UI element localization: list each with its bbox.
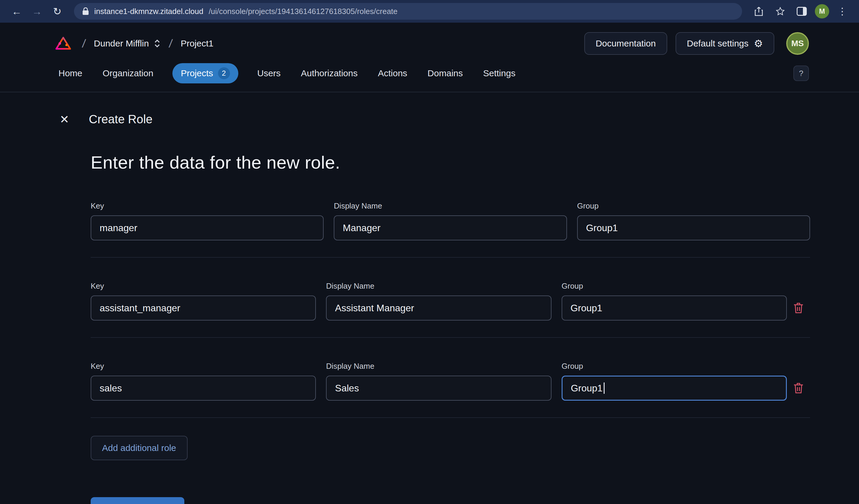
group-input-2[interactable]: Group1 (562, 296, 787, 320)
documentation-button[interactable]: Documentation (584, 32, 667, 55)
tab-projects-label: Projects (181, 68, 213, 78)
default-settings-label: Default settings (687, 38, 749, 49)
breadcrumb-separator: / (81, 37, 87, 50)
key-input-1[interactable]: manager (91, 215, 323, 240)
role-row-2: Key assistant_manager Display Name Assis… (91, 282, 810, 320)
role-row-3: Key sales Display Name Sales Group Group… (91, 362, 810, 400)
row-divider (91, 337, 810, 338)
display-name-label: Display Name (326, 362, 551, 371)
display-name-value-3: Sales (335, 383, 359, 394)
tab-organization[interactable]: Organization (102, 64, 154, 82)
add-additional-role-button[interactable]: Add additional role (91, 436, 187, 460)
forward-button[interactable]: → (29, 3, 45, 20)
key-label: Key (91, 282, 316, 291)
group-input-3[interactable]: Group1 (562, 376, 787, 400)
tab-home[interactable]: Home (57, 64, 84, 82)
share-button[interactable] (751, 3, 767, 20)
zitadel-logo[interactable] (52, 33, 74, 53)
key-value-3: sales (100, 383, 122, 394)
group-label: Group (562, 362, 787, 371)
display-name-field-1: Display Name Manager (334, 201, 567, 240)
display-name-value-1: Manager (343, 222, 380, 234)
key-field-2: Key assistant_manager (91, 282, 316, 320)
key-field-1: Key manager (91, 201, 323, 240)
console-header: / Dunder Mifflin / Project1 Documentatio… (0, 22, 859, 61)
reload-button[interactable]: ↻ (49, 3, 65, 20)
row-divider (91, 257, 810, 258)
tab-projects[interactable]: Projects 2 (172, 63, 238, 83)
display-name-field-2: Display Name Assistant Manager (326, 282, 551, 320)
key-input-3[interactable]: sales (91, 376, 316, 400)
create-role-content: ✕ Create Role Enter the data for the new… (0, 92, 859, 504)
display-name-input-2[interactable]: Assistant Manager (326, 296, 551, 320)
key-value-1: manager (100, 222, 137, 234)
group-value-2: Group1 (571, 303, 603, 314)
delete-role-button-2[interactable] (787, 296, 810, 320)
group-label: Group (577, 201, 810, 210)
tab-users[interactable]: Users (256, 64, 282, 82)
row-divider (91, 417, 810, 418)
display-name-input-3[interactable]: Sales (326, 376, 551, 400)
group-field-1: Group Group1 (577, 201, 810, 240)
share-icon (754, 6, 763, 16)
org-name: Dunder Mifflin (94, 38, 149, 49)
group-label: Group (562, 282, 787, 291)
key-label: Key (91, 362, 316, 371)
side-panel-button[interactable] (794, 3, 810, 20)
browser-menu-button[interactable]: ⋮ (834, 3, 851, 20)
close-button[interactable]: ✕ (60, 114, 69, 125)
star-icon (775, 6, 785, 16)
role-form: Enter the data for the new role. Key man… (91, 152, 810, 504)
url-path: /ui/console/projects/194136146127618305/… (209, 7, 397, 16)
address-bar[interactable]: instance1-dkmnzw.zitadel.cloud/ui/consol… (74, 3, 742, 20)
trash-icon (793, 301, 804, 315)
display-name-input-1[interactable]: Manager (334, 215, 567, 240)
key-label: Key (91, 201, 323, 210)
main-nav: Home Organization Projects 2 Users Autho… (0, 61, 859, 92)
group-field-3: Group Group1 (562, 362, 787, 400)
display-name-value-2: Assistant Manager (335, 303, 414, 314)
default-settings-button[interactable]: Default settings ⚙ (676, 32, 774, 55)
tab-authorizations[interactable]: Authorizations (300, 64, 359, 82)
group-input-1[interactable]: Group1 (577, 215, 810, 240)
group-field-2: Group Group1 (562, 282, 787, 320)
browser-toolbar: ← → ↻ instance1-dkmnzw.zitadel.cloud/ui/… (0, 0, 859, 22)
bookmark-button[interactable] (772, 3, 789, 20)
group-value-3: Group1 (571, 383, 603, 394)
delete-role-button-3[interactable] (787, 376, 810, 400)
url-domain: instance1-dkmnzw.zitadel.cloud (94, 7, 204, 16)
projects-count-badge: 2 (218, 67, 230, 79)
group-value-1: Group1 (586, 222, 618, 234)
org-switcher[interactable]: Dunder Mifflin (94, 38, 161, 49)
save-button[interactable]: Save (91, 497, 184, 504)
help-button[interactable]: ? (794, 65, 809, 81)
breadcrumb-separator: / (168, 37, 173, 50)
side-panel-icon (797, 7, 807, 16)
zitadel-console-page: ← → ↻ instance1-dkmnzw.zitadel.cloud/ui/… (0, 0, 859, 504)
user-avatar[interactable]: MS (786, 32, 809, 55)
role-row-1: Key manager Display Name Manager Group G… (91, 201, 810, 240)
page-title: Create Role (89, 113, 152, 126)
tab-settings[interactable]: Settings (482, 64, 517, 82)
display-name-label: Display Name (334, 201, 567, 210)
display-name-field-3: Display Name Sales (326, 362, 551, 400)
key-value-2: assistant_manager (100, 303, 180, 314)
back-button[interactable]: ← (8, 3, 25, 20)
project-name[interactable]: Project1 (181, 38, 213, 49)
lock-icon (82, 7, 89, 15)
tab-domains[interactable]: Domains (426, 64, 464, 82)
unfold-icon (154, 39, 161, 48)
key-field-3: Key sales (91, 362, 316, 400)
browser-profile-avatar[interactable]: M (815, 4, 829, 18)
display-name-label: Display Name (326, 282, 551, 291)
browser-actions: M ⋮ (751, 3, 851, 20)
tab-actions[interactable]: Actions (377, 64, 408, 82)
text-cursor (604, 382, 605, 394)
documentation-label: Documentation (596, 38, 656, 49)
key-input-2[interactable]: assistant_manager (91, 296, 316, 320)
trash-icon (793, 381, 804, 395)
form-heading: Enter the data for the new role. (91, 152, 810, 173)
gear-icon: ⚙ (754, 38, 763, 49)
